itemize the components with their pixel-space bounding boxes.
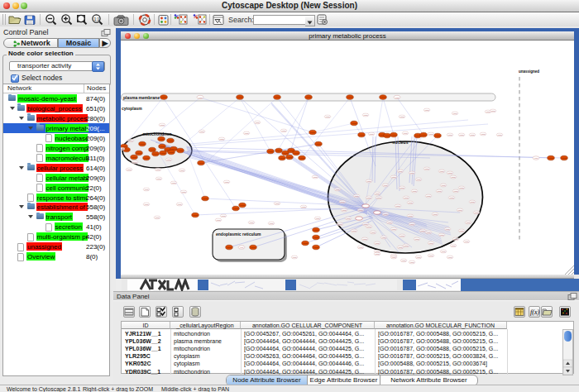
svg-text:Yx00x: Yx00x [156, 177, 161, 179]
svg-text:Yx00x: Yx00x [481, 132, 486, 134]
svg-text:Yx00x: Yx00x [128, 139, 133, 141]
svg-text:Yx00x: Yx00x [445, 227, 450, 229]
svg-text:Yx00x: Yx00x [352, 229, 356, 231]
svg-text:Yx00W: Yx00W [193, 213, 199, 215]
svg-text:Yx00x: Yx00x [171, 181, 176, 183]
svg-text:Yx00W: Yx00W [203, 197, 208, 198]
svg-text:Yx00W: Yx00W [276, 149, 282, 151]
svg-text:Yx00W: Yx00W [299, 156, 305, 158]
svg-text:Yx00W: Yx00W [313, 228, 319, 230]
svg-text:Yx00x: Yx00x [400, 234, 404, 236]
svg-text:Yx00x: Yx00x [313, 175, 318, 177]
svg-text:Yx00x: Yx00x [177, 203, 182, 204]
svg-text:plasma membrane: plasma membrane [123, 94, 160, 99]
svg-text:Yx00x: Yx00x [441, 184, 446, 185]
svg-text:Yx00x: Yx00x [428, 254, 433, 256]
svg-text:Yx00W: Yx00W [159, 137, 165, 139]
svg-text:Yx00x: Yx00x [121, 147, 124, 149]
svg-text:Yx00x: Yx00x [414, 237, 419, 239]
svg-text:Yx00x: Yx00x [383, 184, 388, 185]
svg-text:Yx00x: Yx00x [387, 221, 392, 222]
svg-text:Yx00W: Yx00W [237, 96, 243, 98]
svg-text:Yx00W: Yx00W [160, 145, 165, 146]
svg-text:Yx00x: Yx00x [391, 256, 396, 257]
svg-text:Yx00x: Yx00x [179, 169, 184, 170]
svg-text:Yx00x: Yx00x [398, 246, 403, 247]
svg-text:Yx00x: Yx00x [366, 196, 371, 198]
svg-text:Yx00W: Yx00W [313, 236, 319, 237]
svg-text:Yx00x: Yx00x [409, 222, 414, 224]
svg-text:Yx00x: Yx00x [354, 194, 359, 196]
svg-text:Yx00x: Yx00x [466, 221, 471, 222]
svg-text:Yx00x: Yx00x [439, 170, 444, 171]
svg-text:Yx00W: Yx00W [153, 152, 159, 154]
svg-text:Yx00x: Yx00x [401, 259, 406, 261]
svg-text:Yx00x: Yx00x [391, 227, 396, 229]
svg-text:Yx00x: Yx00x [224, 180, 229, 182]
svg-text:Yx00x: Yx00x [155, 216, 160, 218]
svg-text:Yx00x: Yx00x [451, 244, 456, 246]
svg-text:Yx00x: Yx00x [166, 158, 171, 160]
svg-text:Yx00x: Yx00x [315, 217, 320, 218]
svg-text:Yx00x: Yx00x [391, 175, 396, 177]
svg-text:Yx00x: Yx00x [447, 171, 452, 173]
svg-text:Yx00x: Yx00x [181, 190, 186, 192]
svg-text:Yx00x: Yx00x [416, 178, 421, 179]
svg-text:Yx00x: Yx00x [441, 250, 446, 251]
svg-text:Yx00W: Yx00W [283, 151, 289, 153]
svg-text:endoplasmic reticulum: endoplasmic reticulum [216, 231, 261, 236]
svg-text:Yx00x: Yx00x [340, 200, 345, 202]
svg-text:Yx00x: Yx00x [281, 129, 286, 131]
svg-text:Yx00x: Yx00x [301, 205, 306, 207]
svg-text:Yx00W: Yx00W [280, 156, 285, 158]
svg-text:Yx00x: Yx00x [335, 188, 340, 189]
svg-text:Yx00W: Yx00W [144, 156, 150, 158]
svg-text:Yx00x: Yx00x [249, 221, 254, 222]
svg-text:Yx00W: Yx00W [380, 96, 386, 98]
svg-text:unassigned: unassigned [519, 69, 539, 74]
svg-text:Yx00x: Yx00x [426, 231, 431, 232]
svg-text:Yx00x: Yx00x [409, 171, 414, 173]
svg-text:Yx00x: Yx00x [437, 189, 442, 191]
svg-text:Yx00W: Yx00W [306, 96, 312, 98]
svg-text:Yx00W: Yx00W [233, 207, 239, 208]
svg-text:Yx00x: Yx00x [416, 256, 421, 257]
svg-text:Yx00x: Yx00x [464, 240, 469, 241]
svg-text:Yx00W: Yx00W [562, 156, 567, 158]
svg-text:Yx00W: Yx00W [199, 161, 204, 163]
svg-text:Yx00x: Yx00x [269, 222, 274, 223]
svg-text:f(x): f(x) [530, 308, 539, 316]
svg-text:Yx00x: Yx00x [219, 137, 224, 139]
svg-text:Yx00x: Yx00x [375, 192, 380, 194]
svg-text:Yx00x: Yx00x [325, 115, 330, 117]
svg-text:Yx00x: Yx00x [376, 196, 381, 198]
svg-text:Yx00x: Yx00x [424, 167, 429, 169]
svg-text:Yx00W: Yx00W [251, 246, 256, 247]
svg-text:Yx00x: Yx00x [474, 211, 479, 213]
svg-text:Yx00W: Yx00W [275, 96, 280, 98]
svg-text:Yx00x: Yx00x [486, 110, 490, 112]
svg-text:Yx00W: Yx00W [169, 151, 175, 152]
svg-text:Yx00x: Yx00x [383, 213, 388, 214]
svg-text:Yx00x: Yx00x [428, 132, 433, 134]
svg-text:Yx00x: Yx00x [452, 112, 457, 113]
svg-text:Yx00W: Yx00W [316, 142, 322, 144]
svg-text:Yx00x: Yx00x [457, 208, 462, 210]
svg-text:Yx00x: Yx00x [363, 222, 368, 224]
svg-text:Yx00x: Yx00x [449, 196, 454, 198]
svg-text:mitochondrion: mitochondrion [143, 131, 172, 136]
svg-text:Yx00x: Yx00x [127, 168, 132, 170]
svg-text:Yx00x: Yx00x [453, 189, 458, 191]
svg-text:Yx00x: Yx00x [459, 229, 464, 231]
svg-text:Yx00x: Yx00x [459, 133, 464, 135]
svg-text:Yx00W: Yx00W [294, 151, 299, 153]
svg-text:Yx00x: Yx00x [428, 241, 433, 243]
svg-text:Yx00x: Yx00x [221, 214, 226, 216]
svg-text:Yx00x: Yx00x [369, 132, 374, 134]
svg-text:Yx00x: Yx00x [412, 189, 417, 191]
svg-text:Yx00x: Yx00x [426, 194, 431, 196]
svg-text:Yx00W: Yx00W [171, 147, 177, 149]
svg-text:Yx00x: Yx00x [453, 237, 458, 239]
svg-text:Yx00x: Yx00x [160, 123, 165, 125]
svg-text:Yx00W: Yx00W [385, 134, 390, 136]
